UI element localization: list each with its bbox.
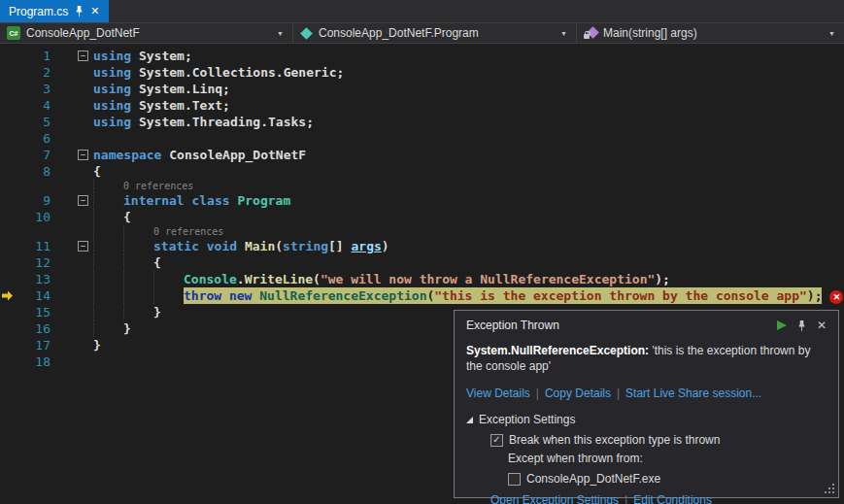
- code-token: void: [207, 239, 245, 253]
- line-number[interactable]: 17: [16, 337, 51, 353]
- code-line: 4using System.Text;: [0, 97, 844, 114]
- line-number[interactable]: 7: [16, 147, 51, 163]
- breakpoint-margin[interactable]: [0, 254, 16, 271]
- code-text[interactable]: using System;: [93, 48, 844, 64]
- navigation-bar: C# ConsoleApp_DotNetF ▼ ConsoleApp_DotNe…: [0, 22, 844, 44]
- tab-program-cs[interactable]: Program.cs ✕: [0, 0, 109, 22]
- codelens-text-area[interactable]: 0 references: [93, 225, 844, 238]
- codelens-references[interactable]: 0 references: [123, 181, 193, 191]
- breakpoint-margin[interactable]: [0, 304, 16, 320]
- breakpoint-margin[interactable]: [0, 114, 16, 130]
- indent-guide: [93, 209, 123, 225]
- method-dropdown[interactable]: Main(string[] args) ▼: [577, 23, 844, 43]
- chevron-down-icon[interactable]: ▼: [277, 30, 286, 37]
- breakpoint-margin[interactable]: [0, 225, 16, 238]
- link-copy-details[interactable]: Copy Details: [545, 386, 611, 400]
- breakpoint-margin[interactable]: [0, 97, 16, 114]
- code-text[interactable]: using System.Linq;: [93, 81, 844, 97]
- breakpoint-margin[interactable]: [0, 64, 16, 81]
- codelens-references[interactable]: 0 references: [153, 226, 223, 237]
- code-text[interactable]: using System.Text;: [93, 97, 844, 114]
- breakpoint-margin[interactable]: [0, 180, 16, 192]
- except-module-checkbox[interactable]: [508, 473, 521, 486]
- exception-settings-section[interactable]: Exception Settings: [466, 413, 827, 426]
- code-text[interactable]: namespace ConsoleApp_DotNetF: [93, 147, 844, 163]
- class-dropdown[interactable]: ConsoleApp_DotNetF.Program ▼: [293, 23, 577, 43]
- line-number[interactable]: 2: [16, 64, 51, 81]
- line-number[interactable]: [16, 225, 51, 238]
- fold-margin: [51, 114, 93, 130]
- fold-margin: [51, 180, 93, 192]
- breakpoint-margin[interactable]: [0, 271, 16, 287]
- fold-collapse-icon[interactable]: −: [78, 150, 88, 160]
- expander-icon[interactable]: [466, 417, 473, 423]
- breakpoint-margin[interactable]: [0, 192, 16, 209]
- fold-collapse-icon[interactable]: −: [78, 241, 88, 252]
- code-text[interactable]: [93, 130, 844, 147]
- fold-margin: [51, 337, 93, 353]
- code-line: 8{: [0, 163, 844, 180]
- link-edit-conditions[interactable]: Edit Conditions: [633, 493, 712, 504]
- line-number[interactable]: 6: [16, 130, 51, 147]
- line-number[interactable]: 1: [16, 48, 51, 64]
- line-number[interactable]: 5: [16, 114, 51, 130]
- line-number[interactable]: 9: [16, 192, 51, 209]
- breakpoint-margin[interactable]: [0, 238, 16, 254]
- breakpoint-margin[interactable]: [0, 337, 16, 353]
- chevron-down-icon[interactable]: ▼: [828, 30, 837, 37]
- pin-icon[interactable]: [75, 5, 84, 17]
- chevron-down-icon[interactable]: ▼: [560, 30, 569, 37]
- link-start-live-share-session[interactable]: Start Live Share session...: [625, 386, 761, 400]
- fold-margin: [51, 271, 93, 287]
- fold-margin: [51, 97, 93, 114]
- code-token: ConsoleApp_DotNetF: [169, 148, 306, 162]
- breakpoint-margin[interactable]: [0, 209, 16, 225]
- breakpoint-margin[interactable]: [0, 48, 16, 64]
- line-number[interactable]: 4: [16, 97, 51, 114]
- pin-popup-icon[interactable]: [797, 319, 806, 332]
- continue-execution-icon[interactable]: [777, 320, 787, 330]
- code-text[interactable]: {: [93, 254, 844, 271]
- code-text[interactable]: using System.Threading.Tasks;: [93, 114, 844, 130]
- code-text[interactable]: static void Main(string[] args): [93, 238, 844, 254]
- fold-collapse-icon[interactable]: −: [78, 195, 88, 206]
- line-number[interactable]: 3: [16, 81, 51, 97]
- exception-error-icon[interactable]: ✕: [829, 290, 843, 304]
- link-view-details[interactable]: View Details: [466, 386, 530, 400]
- line-number[interactable]: 16: [16, 320, 51, 337]
- breakpoint-margin[interactable]: [0, 163, 16, 180]
- line-number[interactable]: [16, 180, 51, 192]
- code-text[interactable]: Console.WriteLine("we will now throw a N…: [93, 271, 844, 287]
- code-text[interactable]: using System.Collections.Generic;: [93, 64, 844, 81]
- breakpoint-margin[interactable]: [0, 147, 16, 163]
- code-text[interactable]: {: [93, 163, 844, 180]
- codelens-text-area[interactable]: 0 references: [93, 180, 844, 192]
- code-text[interactable]: internal class Program: [93, 192, 844, 209]
- break-when-thrown-checkbox[interactable]: ✓: [490, 434, 503, 447]
- project-dropdown[interactable]: C# ConsoleApp_DotNetF ▼: [0, 23, 293, 43]
- breakpoint-margin[interactable]: [0, 81, 16, 97]
- line-number[interactable]: 18: [16, 353, 51, 370]
- code-text[interactable]: {: [93, 209, 844, 225]
- line-number[interactable]: 15: [16, 304, 51, 320]
- line-number[interactable]: 13: [16, 271, 51, 287]
- close-tab-icon[interactable]: ✕: [90, 6, 99, 17]
- link-open-exception-settings[interactable]: Open Exception Settings: [490, 493, 619, 504]
- fold-margin: [51, 130, 93, 147]
- line-number[interactable]: 14: [16, 287, 51, 304]
- resize-grip-icon[interactable]: [824, 483, 834, 493]
- breakpoint-margin[interactable]: [0, 320, 16, 337]
- code-token: "this is the exception thrown by the con…: [434, 288, 807, 303]
- code-token: {: [123, 210, 131, 224]
- line-number[interactable]: 12: [16, 254, 51, 271]
- line-number[interactable]: 10: [16, 209, 51, 225]
- class-icon: [300, 27, 313, 40]
- fold-collapse-icon[interactable]: −: [78, 50, 88, 61]
- code-text[interactable]: throw new NullReferenceException("this i…: [93, 287, 844, 304]
- breakpoint-margin[interactable]: [0, 130, 16, 147]
- breakpoint-margin[interactable]: [0, 353, 16, 370]
- line-number[interactable]: 11: [16, 238, 51, 254]
- close-popup-icon[interactable]: ✕: [817, 319, 827, 331]
- breakpoint-margin[interactable]: [0, 287, 16, 304]
- line-number[interactable]: 8: [16, 163, 51, 180]
